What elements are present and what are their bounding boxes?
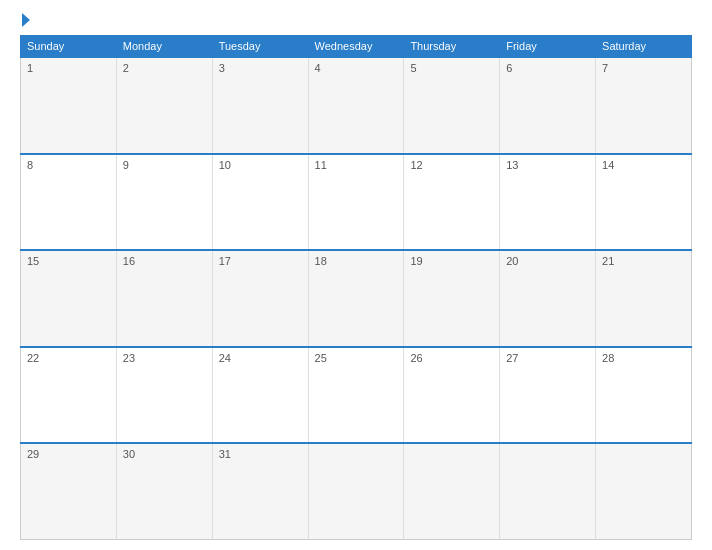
day-cell-5: 5 bbox=[404, 57, 500, 154]
day-cell-27: 27 bbox=[500, 347, 596, 444]
weekday-header-friday: Friday bbox=[500, 36, 596, 58]
day-number: 17 bbox=[219, 255, 231, 267]
weekday-header-wednesday: Wednesday bbox=[308, 36, 404, 58]
weekday-header-saturday: Saturday bbox=[596, 36, 692, 58]
day-number: 26 bbox=[410, 352, 422, 364]
day-cell-28: 28 bbox=[596, 347, 692, 444]
day-number: 3 bbox=[219, 62, 225, 74]
weekday-header-sunday: Sunday bbox=[21, 36, 117, 58]
logo-triangle-icon bbox=[22, 13, 30, 27]
day-number: 2 bbox=[123, 62, 129, 74]
day-cell-16: 16 bbox=[116, 250, 212, 347]
day-number: 15 bbox=[27, 255, 39, 267]
day-cell-19: 19 bbox=[404, 250, 500, 347]
day-cell-21: 21 bbox=[596, 250, 692, 347]
day-cell-20: 20 bbox=[500, 250, 596, 347]
day-cell-22: 22 bbox=[21, 347, 117, 444]
day-number: 20 bbox=[506, 255, 518, 267]
day-cell-9: 9 bbox=[116, 154, 212, 251]
day-number: 13 bbox=[506, 159, 518, 171]
day-cell-23: 23 bbox=[116, 347, 212, 444]
day-cell-15: 15 bbox=[21, 250, 117, 347]
day-cell-18: 18 bbox=[308, 250, 404, 347]
day-number: 12 bbox=[410, 159, 422, 171]
weekday-header-monday: Monday bbox=[116, 36, 212, 58]
day-number: 16 bbox=[123, 255, 135, 267]
day-number: 29 bbox=[27, 448, 39, 460]
day-number: 14 bbox=[602, 159, 614, 171]
empty-cell bbox=[404, 443, 500, 540]
day-cell-14: 14 bbox=[596, 154, 692, 251]
day-number: 23 bbox=[123, 352, 135, 364]
day-cell-4: 4 bbox=[308, 57, 404, 154]
day-number: 1 bbox=[27, 62, 33, 74]
day-number: 9 bbox=[123, 159, 129, 171]
weekday-header-row: SundayMondayTuesdayWednesdayThursdayFrid… bbox=[21, 36, 692, 58]
day-number: 19 bbox=[410, 255, 422, 267]
day-number: 4 bbox=[315, 62, 321, 74]
day-number: 21 bbox=[602, 255, 614, 267]
day-cell-8: 8 bbox=[21, 154, 117, 251]
day-number: 22 bbox=[27, 352, 39, 364]
day-number: 25 bbox=[315, 352, 327, 364]
day-cell-30: 30 bbox=[116, 443, 212, 540]
day-number: 24 bbox=[219, 352, 231, 364]
empty-cell bbox=[500, 443, 596, 540]
day-number: 5 bbox=[410, 62, 416, 74]
week-row-5: 293031 bbox=[21, 443, 692, 540]
day-cell-7: 7 bbox=[596, 57, 692, 154]
day-number: 18 bbox=[315, 255, 327, 267]
day-number: 6 bbox=[506, 62, 512, 74]
day-number: 10 bbox=[219, 159, 231, 171]
weekday-header-thursday: Thursday bbox=[404, 36, 500, 58]
empty-cell bbox=[308, 443, 404, 540]
day-cell-6: 6 bbox=[500, 57, 596, 154]
day-number: 7 bbox=[602, 62, 608, 74]
day-cell-11: 11 bbox=[308, 154, 404, 251]
calendar-table: SundayMondayTuesdayWednesdayThursdayFrid… bbox=[20, 35, 692, 540]
day-cell-12: 12 bbox=[404, 154, 500, 251]
calendar-header bbox=[20, 15, 692, 27]
empty-cell bbox=[596, 443, 692, 540]
day-cell-26: 26 bbox=[404, 347, 500, 444]
day-cell-29: 29 bbox=[21, 443, 117, 540]
day-cell-31: 31 bbox=[212, 443, 308, 540]
day-cell-3: 3 bbox=[212, 57, 308, 154]
day-number: 30 bbox=[123, 448, 135, 460]
week-row-2: 891011121314 bbox=[21, 154, 692, 251]
week-row-1: 1234567 bbox=[21, 57, 692, 154]
week-row-4: 22232425262728 bbox=[21, 347, 692, 444]
day-cell-17: 17 bbox=[212, 250, 308, 347]
logo bbox=[20, 15, 30, 27]
logo-blue-text bbox=[20, 15, 30, 27]
day-cell-24: 24 bbox=[212, 347, 308, 444]
day-cell-25: 25 bbox=[308, 347, 404, 444]
week-row-3: 15161718192021 bbox=[21, 250, 692, 347]
day-number: 27 bbox=[506, 352, 518, 364]
day-number: 8 bbox=[27, 159, 33, 171]
day-number: 11 bbox=[315, 159, 327, 171]
calendar-container: SundayMondayTuesdayWednesdayThursdayFrid… bbox=[0, 0, 712, 550]
day-cell-13: 13 bbox=[500, 154, 596, 251]
day-number: 28 bbox=[602, 352, 614, 364]
day-cell-1: 1 bbox=[21, 57, 117, 154]
weekday-header-tuesday: Tuesday bbox=[212, 36, 308, 58]
day-cell-2: 2 bbox=[116, 57, 212, 154]
day-cell-10: 10 bbox=[212, 154, 308, 251]
day-number: 31 bbox=[219, 448, 231, 460]
